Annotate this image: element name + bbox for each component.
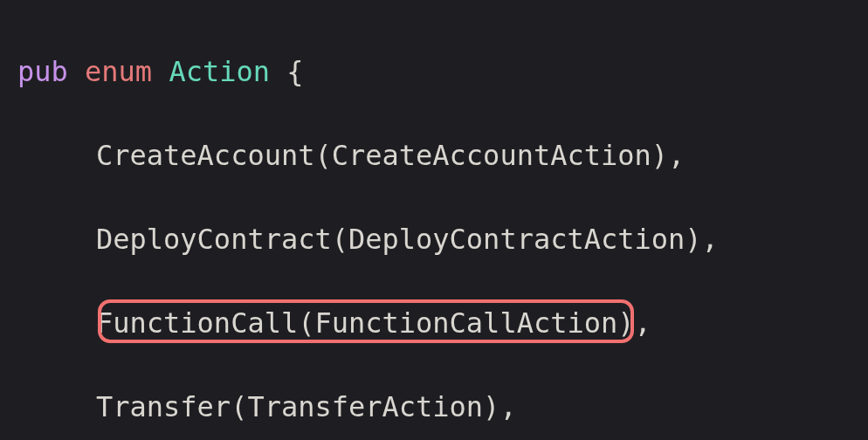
variant-line: CreateAccount(CreateAccountAction), xyxy=(17,134,851,176)
variant-text: Transfer(TransferAction), xyxy=(96,390,517,423)
variant-text: DeployContract(DeployContractAction), xyxy=(96,223,719,256)
keyword-enum: enum xyxy=(85,55,152,88)
variant-line-highlighted: FunctionCall(FunctionCallAction), xyxy=(17,302,851,344)
variant-text: FunctionCall(FunctionCallAction), xyxy=(96,306,651,340)
variant-line: DeployContract(DeployContractAction), xyxy=(17,218,851,260)
keyword-pub: pub xyxy=(17,55,68,88)
enum-declaration-line: pub enum Action { xyxy=(17,51,851,93)
code-block: pub enum Action { CreateAccount(CreateAc… xyxy=(17,9,851,440)
variant-line: Transfer(TransferAction), xyxy=(17,386,851,428)
enum-name: Action xyxy=(169,55,270,88)
open-brace: { xyxy=(286,55,303,88)
variant-text: CreateAccount(CreateAccountAction), xyxy=(96,139,685,172)
